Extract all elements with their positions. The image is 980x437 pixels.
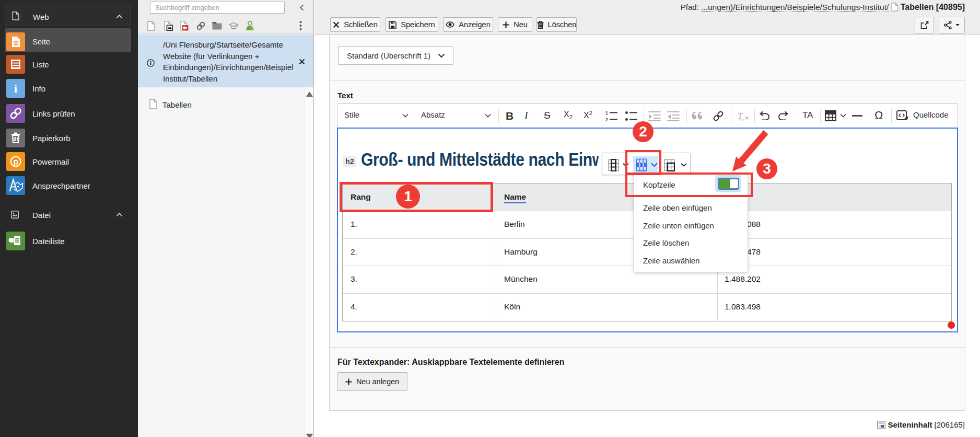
svg-text:i: i [14, 82, 17, 95]
svg-text:T: T [738, 111, 743, 121]
svg-text:p: p [14, 157, 19, 166]
svg-text:1: 1 [605, 111, 608, 116]
svg-text:2: 2 [605, 117, 608, 121]
